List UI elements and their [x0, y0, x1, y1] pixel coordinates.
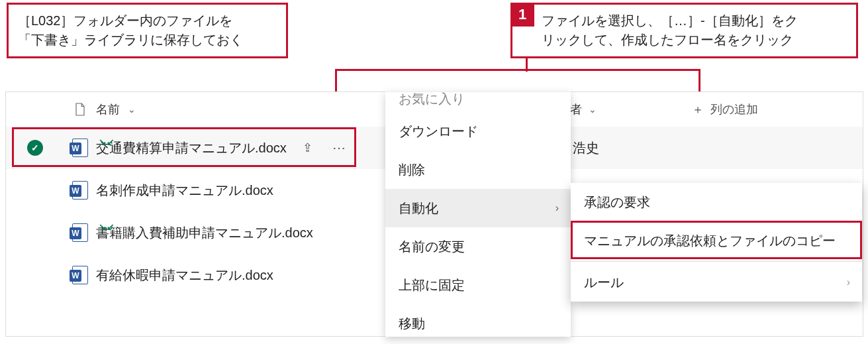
file-type-icon: [64, 266, 96, 284]
callout-right: 1 ファイルを選択し、［…］-［自動化］をク リックして、作成したフロー名をクリ…: [510, 3, 858, 58]
callout-left-line2: 「下書き」ライブラリに保存しておく: [18, 32, 243, 47]
menu-item-pin[interactable]: 上部に固定: [385, 266, 571, 304]
submenu-label: ルール: [584, 274, 624, 292]
chevron-right-icon: ›: [555, 202, 559, 214]
chevron-down-icon: ⌄: [128, 104, 136, 115]
chevron-right-icon: ›: [847, 276, 850, 288]
automate-submenu: 承認の要求 マニュアルの承認依頼とファイルのコピー ルール ›: [571, 183, 862, 302]
menu-item-move[interactable]: 移動: [385, 304, 571, 337]
connector-line: [526, 56, 528, 72]
menu-item-automate[interactable]: 自動化 ›: [385, 189, 571, 227]
menu-divider: [571, 261, 862, 262]
callout-left-line1: ［L032］フォルダー内のファイルを: [18, 13, 233, 28]
chevron-down-icon: ⌄: [589, 104, 597, 115]
add-column-label: 列の追加: [710, 101, 758, 117]
header-file-icon[interactable]: [64, 102, 96, 117]
menu-item-rename[interactable]: 名前の変更: [385, 227, 571, 266]
context-menu: お気に入り ダウンロード 削除 自動化 › 名前の変更 上部に固定 移動: [385, 91, 571, 337]
menu-label: 名前の変更: [399, 238, 465, 256]
menu-label: ダウンロード: [399, 123, 478, 141]
file-type-icon: [64, 223, 96, 242]
word-icon: [72, 223, 88, 242]
step-number: 1: [518, 4, 526, 25]
add-column-button[interactable]: ＋ 列の追加: [692, 101, 824, 117]
submenu-item-rules[interactable]: ルール ›: [571, 263, 862, 302]
callout-right-line1: ファイルを選択し、［…］-［自動化］をク: [542, 13, 798, 28]
file-type-icon: [64, 181, 96, 200]
word-icon: [72, 181, 88, 200]
plus-icon: ＋: [692, 101, 704, 117]
menu-item-delete[interactable]: 削除: [385, 150, 571, 189]
menu-label: 上部に固定: [399, 276, 465, 294]
file-name: 名刺作成申請マニュアル.docx: [96, 182, 273, 200]
submenu-item-flow[interactable]: マニュアルの承認依頼とファイルのコピー: [571, 221, 862, 260]
check-icon: ✓: [27, 140, 43, 156]
row-check[interactable]: ✓: [6, 140, 64, 156]
menu-item-favorites[interactable]: お気に入り: [385, 92, 571, 112]
submenu-item-approve[interactable]: 承認の要求: [571, 183, 862, 221]
word-icon: [72, 266, 88, 284]
file-name: 有給休暇申請マニュアル.docx: [96, 266, 273, 284]
menu-label: 削除: [399, 161, 425, 179]
new-indicator-icon: ↘↙: [99, 137, 115, 147]
share-icon[interactable]: ⇪: [303, 141, 313, 155]
submenu-label: 承認の要求: [584, 194, 650, 211]
header-name-label: 名前: [96, 101, 120, 117]
submenu-label: マニュアルの承認依頼とファイルのコピー: [584, 232, 836, 250]
callout-right-line2: リックして、作成したフロー名をクリック: [542, 32, 793, 47]
callout-left: ［L032］フォルダー内のファイルを 「下書き」ライブラリに保存しておく: [7, 3, 288, 58]
menu-label: 自動化: [399, 200, 438, 217]
more-actions-button[interactable]: ⋯: [332, 140, 347, 156]
menu-label: 移動: [399, 315, 425, 333]
new-indicator-icon: ↘↙: [99, 221, 115, 232]
file-name: 書籍購入費補助申請マニュアル.docx: [96, 224, 313, 242]
file-type-icon: [64, 139, 96, 157]
step-badge: 1: [510, 3, 534, 27]
menu-item-download[interactable]: ダウンロード: [385, 112, 571, 150]
menu-label: お気に入り: [399, 91, 465, 108]
file-name: 交通費精算申請マニュアル.docx: [96, 139, 287, 157]
word-icon: [72, 139, 88, 157]
